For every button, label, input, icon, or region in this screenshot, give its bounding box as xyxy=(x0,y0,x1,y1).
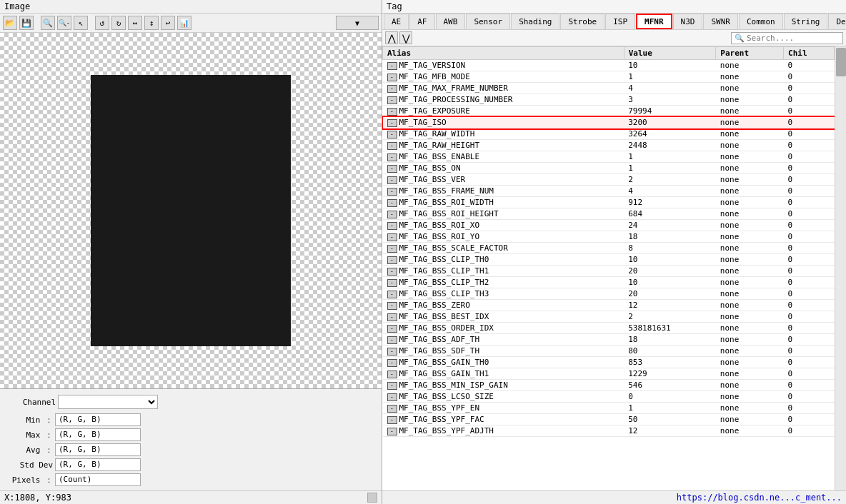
redo-button[interactable]: ↻ xyxy=(111,16,126,30)
expand-all-button[interactable]: ⋁ xyxy=(399,31,412,44)
tag-icon: - xyxy=(387,165,397,173)
tab-string[interactable]: String xyxy=(784,14,828,29)
table-row[interactable]: -MF_TAG_ISO3200none0 xyxy=(383,117,835,128)
cell-alias: -MF_TAG_BSS_YPF_EN xyxy=(383,403,624,414)
tab-shading[interactable]: Shading xyxy=(511,14,559,29)
tab-sensor[interactable]: Sensor xyxy=(466,14,510,29)
table-row[interactable]: -MF_TAG_BSS_LCSO_SIZE0none0 xyxy=(383,391,835,403)
table-row[interactable]: -MF_TAG_BSS_YPF_ADJTH12none0 xyxy=(383,425,835,437)
tag-icon: - xyxy=(387,405,397,413)
tab-common[interactable]: Common xyxy=(739,14,783,29)
table-row[interactable]: -MF_TAG_MFB_MODE1none0 xyxy=(383,71,835,83)
cell-value: 18 xyxy=(624,231,716,243)
table-row[interactable]: -MF_TAG_BSS_ADF_TH18none0 xyxy=(383,334,835,346)
cursor-button[interactable]: ↖ xyxy=(74,16,88,30)
rotate-button[interactable]: ↩ xyxy=(161,16,175,30)
save-button[interactable]: 💾 xyxy=(19,16,34,30)
max-value: (R, G, B) xyxy=(55,428,141,441)
chart-button[interactable]: 📊 xyxy=(177,16,191,30)
tab-detail[interactable]: Detail xyxy=(828,14,846,29)
table-row[interactable]: -MF_TAG_MAX_FRAME_NUMBER4none0 xyxy=(383,83,835,94)
cell-value: 8 xyxy=(624,243,716,254)
table-row[interactable]: -MF_TAG_BSS_ROI_WIDTH912none0 xyxy=(383,197,835,208)
cell-children: 0 xyxy=(784,414,835,425)
tab-ae[interactable]: AE xyxy=(384,14,409,29)
cell-children: 0 xyxy=(784,425,835,437)
table-row[interactable]: -MF_TAG_BSS_SDF_TH80none0 xyxy=(383,346,835,357)
table-row[interactable]: -MF_TAG_BSS_ROI_XO24none0 xyxy=(383,220,835,231)
cell-alias: -MF_TAG_BSS_ON xyxy=(383,163,624,174)
tag-icon: - xyxy=(387,131,397,138)
table-row[interactable]: -MF_TAG_BSS_ROI_HEIGHT684none0 xyxy=(383,208,835,220)
table-row[interactable]: -MF_TAG_BSS_YPF_EN1none0 xyxy=(383,403,835,414)
table-row[interactable]: -MF_TAG_BSS_SCALE_FACTOR8none0 xyxy=(383,243,835,254)
table-row[interactable]: -MF_TAG_PROCESSING_NUMBER3none0 xyxy=(383,94,835,106)
cell-children: 0 xyxy=(784,140,835,151)
table-row[interactable]: -MF_TAG_RAW_HEIGHT2448none0 xyxy=(383,140,835,151)
cell-value: 12 xyxy=(624,425,716,437)
tab-mfnr[interactable]: MFNR xyxy=(636,14,672,29)
cell-value: 912 xyxy=(624,197,716,208)
table-row[interactable]: -MF_TAG_BSS_FRAME_NUM4none0 xyxy=(383,186,835,197)
table-row[interactable]: -MF_TAG_BSS_CLIP_TH120none0 xyxy=(383,266,835,277)
cell-parent: none xyxy=(716,140,784,151)
table-row[interactable]: -MF_TAG_BSS_BEST_IDX2none0 xyxy=(383,311,835,323)
table-row[interactable]: -MF_TAG_BSS_CLIP_TH210none0 xyxy=(383,277,835,288)
cell-alias: -MF_TAG_BSS_ROI_YO xyxy=(383,231,624,243)
tab-n3d[interactable]: N3D xyxy=(673,14,703,29)
tab-swnr[interactable]: SWNR xyxy=(703,14,738,29)
table-row[interactable]: -MF_TAG_BSS_YPF_FAC50none0 xyxy=(383,414,835,425)
cell-alias: -MF_TAG_BSS_SDF_TH xyxy=(383,346,624,357)
scrollbar[interactable] xyxy=(835,46,846,490)
open-button[interactable]: 📂 xyxy=(3,16,17,30)
tab-af[interactable]: AF xyxy=(409,14,434,29)
cell-children: 0 xyxy=(784,163,835,174)
table-row[interactable]: -MF_TAG_VERSION10none0 xyxy=(383,60,835,71)
table-row[interactable]: -MF_TAG_BSS_CLIP_TH010none0 xyxy=(383,254,835,266)
col-alias: Alias xyxy=(383,47,624,60)
search-input[interactable] xyxy=(747,34,840,43)
table-row[interactable]: -MF_TAG_BSS_GAIN_TH0853none0 xyxy=(383,357,835,368)
undo-button[interactable]: ↺ xyxy=(95,16,109,30)
table-row[interactable]: -MF_TAG_RAW_WIDTH3264none0 xyxy=(383,128,835,140)
cell-alias: -MF_TAG_BSS_FRAME_NUM xyxy=(383,186,624,197)
tag-icon: - xyxy=(387,188,397,196)
table-container[interactable]: Alias Value Parent Chil -MF_TAG_VERSION1… xyxy=(382,46,835,490)
min-row: Min ： (R, G, B) xyxy=(3,413,379,426)
cell-children: 0 xyxy=(784,174,835,186)
table-row[interactable]: -MF_TAG_BSS_CLIP_TH320none0 xyxy=(383,288,835,300)
cell-children: 0 xyxy=(784,311,835,323)
tab-isp[interactable]: ISP xyxy=(605,14,635,29)
tag-icon: - xyxy=(387,348,397,356)
tab-strobe[interactable]: Strobe xyxy=(560,14,604,29)
cell-alias: -MF_TAG_ISO xyxy=(383,117,624,128)
pixels-row: Pixels ： (Count) xyxy=(3,473,379,486)
cell-parent: none xyxy=(716,197,784,208)
table-row[interactable]: -MF_TAG_BSS_ENABLE1none0 xyxy=(383,151,835,163)
table-row[interactable]: -MF_TAG_EXPOSURE79994none0 xyxy=(383,106,835,117)
min-value: (R, G, B) xyxy=(55,413,141,426)
tab-awb[interactable]: AWB xyxy=(436,14,466,29)
table-row[interactable]: -MF_TAG_BSS_ORDER_IDX538181631none0 xyxy=(383,323,835,334)
table-row[interactable]: -MF_TAG_BSS_ROI_YO18none0 xyxy=(383,231,835,243)
cell-children: 0 xyxy=(784,346,835,357)
collapse-all-button[interactable]: ⋀ xyxy=(385,31,398,44)
resize-handle[interactable] xyxy=(367,493,377,503)
table-row[interactable]: -MF_TAG_BSS_MIN_ISP_GAIN546none0 xyxy=(383,380,835,391)
flip-v-button[interactable]: ↕ xyxy=(144,16,159,30)
cell-value: 2 xyxy=(624,311,716,323)
channel-select[interactable] xyxy=(58,395,158,409)
zoom-in-button[interactable]: 🔍 xyxy=(41,16,55,30)
table-row[interactable]: -MF_TAG_BSS_ZERO12none0 xyxy=(383,300,835,311)
cell-alias: -MF_TAG_BSS_CLIP_TH1 xyxy=(383,266,624,277)
table-row[interactable]: -MF_TAG_BSS_ON1none0 xyxy=(383,163,835,174)
mode-selector[interactable]: ▼ xyxy=(336,16,379,30)
cell-alias: -MF_TAG_VERSION xyxy=(383,60,624,71)
table-row[interactable]: -MF_TAG_BSS_GAIN_TH11229none0 xyxy=(383,368,835,380)
cell-parent: none xyxy=(716,71,784,83)
zoom-out-button[interactable]: 🔍- xyxy=(57,16,71,30)
flip-h-button[interactable]: ↔ xyxy=(128,16,142,30)
table-header-row: Alias Value Parent Chil xyxy=(383,47,835,60)
table-row[interactable]: -MF_TAG_BSS_VER2none0 xyxy=(383,174,835,186)
cell-alias: -MF_TAG_RAW_WIDTH xyxy=(383,128,624,140)
